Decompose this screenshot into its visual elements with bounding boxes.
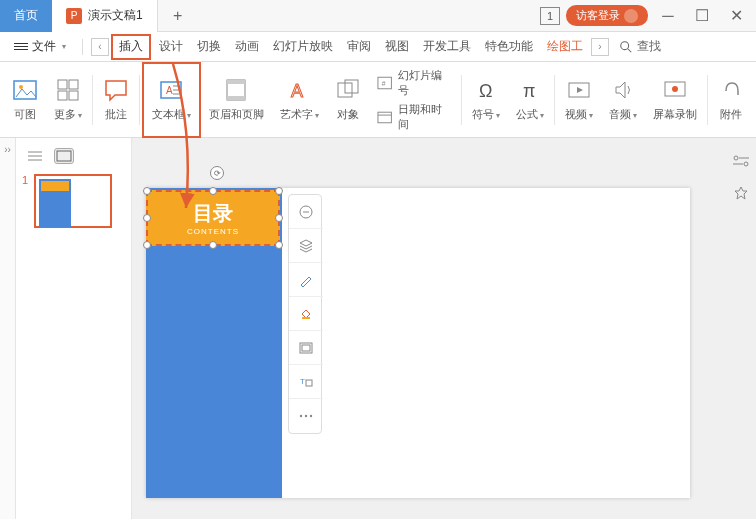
thumbnail-slide-1[interactable]: [34, 174, 112, 228]
tab-document[interactable]: P 演示文稿1: [52, 0, 158, 32]
svg-point-39: [300, 415, 302, 417]
search-icon: [619, 40, 633, 54]
ribbon-datetime[interactable]: 日期和时间: [377, 102, 451, 132]
svg-rect-36: [302, 345, 310, 351]
svg-line-1: [628, 48, 632, 52]
ribbon-audio[interactable]: 音频▾: [601, 62, 645, 138]
handle-sw[interactable]: [143, 241, 151, 249]
handle-e[interactable]: [275, 214, 283, 222]
settings-icon[interactable]: [732, 152, 750, 170]
float-text[interactable]: T: [289, 365, 323, 399]
notification-badge[interactable]: 1: [540, 7, 560, 25]
float-brush[interactable]: [289, 263, 323, 297]
thumb-preview-bar: [41, 181, 69, 191]
ribbon-picture-label: 可图: [14, 107, 36, 122]
handle-se[interactable]: [275, 241, 283, 249]
menu-tab-design[interactable]: 设计: [153, 32, 189, 62]
ribbon-more[interactable]: 更多▾: [46, 62, 90, 138]
ribbon-picture[interactable]: 可图: [4, 62, 46, 138]
ribbon-attach[interactable]: 附件: [710, 62, 752, 138]
menu-tab-view[interactable]: 视图: [379, 32, 415, 62]
ribbon-headerfooter-label: 页眉和页脚: [209, 107, 264, 122]
ribbon-object-label: 对象: [337, 107, 359, 122]
float-frame[interactable]: [289, 331, 323, 365]
ribbon-wordart[interactable]: A 艺术字▾: [272, 62, 327, 138]
thumbnail-panel: 1: [16, 138, 132, 519]
wordart-icon: A: [286, 77, 312, 103]
presentation-icon: P: [66, 8, 82, 24]
menu-tab-transition[interactable]: 切换: [191, 32, 227, 62]
separator: [139, 75, 140, 125]
close-button[interactable]: ✕: [722, 4, 750, 28]
nav-prev[interactable]: ‹: [91, 38, 109, 56]
rotate-handle[interactable]: ⟳: [210, 166, 224, 180]
ribbon-video[interactable]: 视频▾: [557, 62, 601, 138]
divider: [82, 39, 83, 55]
more-icon: [55, 77, 81, 103]
float-layers[interactable]: [289, 229, 323, 263]
handle-n[interactable]: [209, 187, 217, 195]
panel-toggle[interactable]: ››: [0, 138, 16, 519]
svg-rect-2: [14, 81, 36, 99]
menu-tab-drawing[interactable]: 绘图工: [541, 32, 589, 62]
caret-down-icon: ▾: [62, 42, 66, 51]
ribbon-record[interactable]: 屏幕录制: [645, 62, 705, 138]
float-collapse[interactable]: [289, 195, 323, 229]
ribbon-slidenum[interactable]: # 幻灯片编号: [377, 68, 451, 98]
svg-point-41: [310, 415, 312, 417]
canvas[interactable]: ⟳ 目录 CONTENTS T: [132, 138, 756, 519]
ribbon-formula[interactable]: π 公式▾: [508, 62, 552, 138]
float-more[interactable]: [289, 399, 323, 433]
video-icon: [566, 77, 592, 103]
outline-view-icon[interactable]: [26, 148, 46, 164]
ribbon-object[interactable]: 对象: [327, 62, 369, 138]
svg-rect-14: [227, 80, 245, 84]
menu-bar: 文件 ▾ ‹ 插入 设计 切换 动画 幻灯片放映 审阅 视图 开发工具 特色功能…: [0, 32, 756, 62]
file-menu[interactable]: 文件 ▾: [6, 38, 74, 55]
menu-tab-features[interactable]: 特色功能: [479, 32, 539, 62]
svg-rect-5: [69, 80, 78, 89]
tab-add[interactable]: +: [158, 0, 198, 32]
right-tools: [726, 138, 756, 202]
slide-view-icon[interactable]: [54, 148, 74, 164]
handle-nw[interactable]: [143, 187, 151, 195]
svg-text:T: T: [300, 377, 305, 386]
title-bar-right: 1 访客登录 ─ ☐ ✕: [540, 4, 756, 28]
selected-textbox[interactable]: 目录 CONTENTS: [146, 190, 280, 246]
tab-home[interactable]: 首页: [0, 0, 52, 32]
login-button[interactable]: 访客登录: [566, 5, 648, 26]
menu-tab-insert[interactable]: 插入: [111, 34, 151, 60]
svg-text:A: A: [166, 85, 173, 96]
svg-text:π: π: [523, 81, 535, 101]
svg-rect-6: [58, 91, 67, 100]
svg-point-42: [734, 156, 738, 160]
ribbon-headerfooter[interactable]: 页眉和页脚: [201, 62, 272, 138]
svg-point-0: [621, 41, 629, 49]
ribbon-symbol-label: 符号▾: [472, 107, 500, 122]
hamburger-icon: [14, 41, 28, 52]
menu-tab-devtools[interactable]: 开发工具: [417, 32, 477, 62]
handle-s[interactable]: [209, 241, 217, 249]
ribbon-textbox[interactable]: A 文本框▾: [142, 62, 201, 138]
menu-tab-slideshow[interactable]: 幻灯片放映: [267, 32, 339, 62]
menu-tab-review[interactable]: 审阅: [341, 32, 377, 62]
ribbon-symbol[interactable]: Ω 符号▾: [464, 62, 508, 138]
handle-w[interactable]: [143, 214, 151, 222]
ribbon-comment[interactable]: 批注: [95, 62, 137, 138]
favorite-icon[interactable]: [732, 184, 750, 202]
slidenum-icon: #: [377, 75, 392, 91]
attach-icon: [718, 77, 744, 103]
maximize-button[interactable]: ☐: [688, 4, 716, 28]
search-button[interactable]: 查找: [619, 38, 661, 55]
handle-ne[interactable]: [275, 187, 283, 195]
float-bucket[interactable]: [289, 297, 323, 331]
svg-text:Ω: Ω: [479, 81, 492, 101]
nav-next[interactable]: ›: [591, 38, 609, 56]
svg-point-3: [19, 85, 23, 89]
minimize-button[interactable]: ─: [654, 4, 682, 28]
thumbnail-row[interactable]: 1: [16, 174, 131, 228]
separator: [92, 75, 93, 125]
thumbnail-number: 1: [22, 174, 28, 228]
login-label: 访客登录: [576, 8, 620, 23]
menu-tab-animation[interactable]: 动画: [229, 32, 265, 62]
